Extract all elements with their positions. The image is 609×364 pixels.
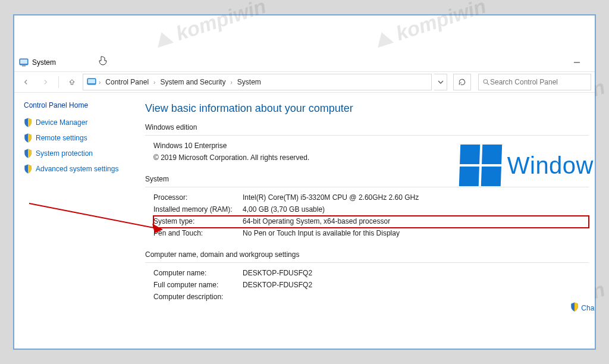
sidebar-item-advanced-system-settings[interactable]: Advanced system settings — [24, 164, 130, 174]
sidebar-item-label: Device Manager — [36, 118, 87, 127]
chevron-right-icon: › — [99, 79, 101, 86]
system-window: System › Control Panel › System and Secu… — [14, 54, 595, 349]
sidebar-item-label: System protection — [36, 149, 93, 158]
sidebar-item-device-manager[interactable]: Device Manager — [24, 118, 130, 127]
kv-row: Computer description: — [153, 291, 589, 303]
kv-key: System type: — [153, 217, 243, 225]
sidebar-item-label: Advanced system settings — [36, 165, 118, 173]
shield-icon — [24, 118, 32, 127]
kv-row: Pen and Touch: No Pen or Touch Input is … — [153, 228, 589, 240]
back-button[interactable] — [18, 74, 34, 90]
windows-edition-section: Windows edition Windows 10 Enterprise © … — [145, 123, 589, 164]
toolbar: › Control Panel › System and Security › … — [14, 71, 595, 93]
main-panel: View basic information about your comput… — [139, 93, 595, 349]
kv-row: Installed memory (RAM): 4,00 GB (3,70 GB… — [153, 204, 589, 216]
kv-key: Pen and Touch: — [153, 229, 243, 237]
page-heading: View basic information about your comput… — [145, 102, 589, 115]
kv-value: No Pen or Touch Input is available for t… — [243, 229, 589, 237]
content-area: Control Panel Home Device Manager Remote… — [14, 93, 595, 349]
kv-key: Installed memory (RAM): — [153, 205, 243, 214]
windows-brand-text: Window — [507, 152, 594, 179]
sidebar-item-label: Remote settings — [36, 134, 87, 142]
svg-line-7 — [487, 83, 489, 85]
search-icon — [482, 78, 490, 86]
breadcrumb-dropdown[interactable] — [434, 74, 447, 90]
kv-key: Computer name: — [153, 269, 243, 277]
kv-value: 4,00 GB (3,70 GB usable) — [243, 205, 589, 214]
change-settings-link[interactable]: Chan — [570, 302, 595, 313]
section-title: Windows edition — [145, 123, 589, 131]
minimize-button[interactable] — [564, 54, 590, 71]
svg-rect-1 — [20, 59, 27, 64]
kv-value: DESKTOP-FDUSFQ2 — [243, 281, 589, 289]
chevron-right-icon: › — [153, 79, 155, 86]
breadcrumb-item[interactable]: System and Security — [158, 78, 228, 86]
kv-row-system-type: System type: 64-bit Operating System, x6… — [153, 216, 589, 228]
shield-icon — [570, 302, 579, 313]
sidebar: Control Panel Home Device Manager Remote… — [14, 93, 139, 349]
sidebar-item-system-protection[interactable]: System protection — [24, 149, 130, 158]
kv-row: Full computer name: DESKTOP-FDUSFQ2 — [153, 280, 589, 291]
search-input[interactable] — [490, 78, 587, 86]
kv-row: Computer name: DESKTOP-FDUSFQ2 — [153, 268, 589, 280]
kv-value: DESKTOP-FDUSFQ2 — [243, 269, 589, 277]
kv-row: Processor: Intel(R) Core(TM) i5-3320M CP… — [153, 192, 589, 204]
up-button[interactable] — [64, 74, 80, 90]
sidebar-item-remote-settings[interactable]: Remote settings — [24, 133, 130, 143]
forward-button[interactable] — [37, 74, 54, 90]
svg-rect-5 — [88, 79, 95, 83]
kv-value: Intel(R) Core(TM) i5-3320M CPU @ 2.60GHz… — [243, 193, 589, 202]
control-panel-icon — [87, 77, 96, 87]
kv-key: Computer description: — [153, 293, 243, 301]
svg-rect-2 — [22, 65, 26, 67]
screenshot-frame: kompiwin kompiwin kompiwin kompiwin komp… — [13, 14, 596, 350]
section-title: Computer name, domain and workgroup sett… — [145, 250, 589, 259]
system-icon — [19, 58, 29, 67]
kv-value: 64-bit Operating System, x64-based proce… — [243, 217, 589, 225]
search-box[interactable] — [478, 74, 591, 90]
windows-logo: Window — [460, 145, 594, 186]
control-panel-home-link[interactable]: Control Panel Home — [24, 101, 130, 109]
kv-key: Processor: — [153, 193, 243, 202]
refresh-button[interactable] — [453, 74, 471, 90]
window-title: System — [32, 58, 56, 67]
shield-icon — [24, 133, 32, 143]
change-settings-label: Chan — [581, 304, 595, 312]
shield-icon — [24, 164, 32, 174]
windows-logo-icon — [459, 145, 502, 186]
breadcrumb-item[interactable]: System — [235, 78, 263, 86]
svg-point-6 — [484, 80, 487, 83]
shield-icon — [24, 149, 32, 158]
breadcrumb[interactable]: › Control Panel › System and Security › … — [83, 74, 432, 90]
kv-key: Full computer name: — [153, 281, 243, 289]
computer-name-section: Computer name, domain and workgroup sett… — [145, 250, 589, 303]
breadcrumb-item[interactable]: Control Panel — [103, 78, 151, 86]
chevron-right-icon: › — [230, 79, 232, 86]
